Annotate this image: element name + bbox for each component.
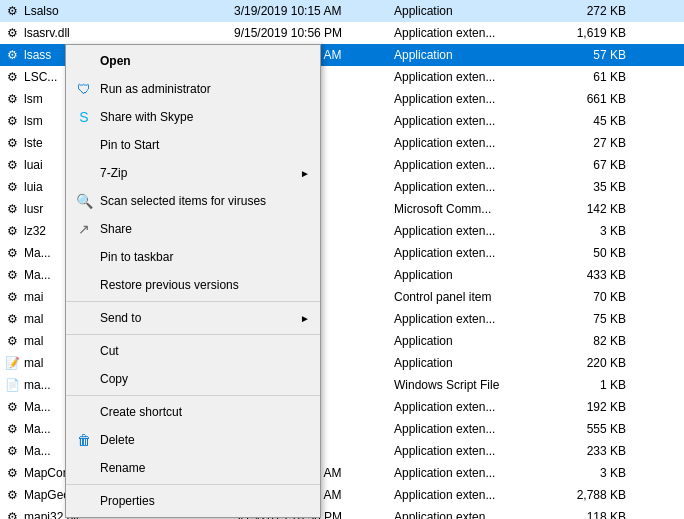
file-icon: ⚙ xyxy=(4,69,20,85)
file-name: lsass xyxy=(24,48,51,62)
menu-item-7zip[interactable]: 7-Zip ► xyxy=(66,159,320,187)
menu-item-properties[interactable]: Properties xyxy=(66,487,320,515)
file-size: 2,788 KB xyxy=(554,488,634,502)
menu-icon-placeholder xyxy=(74,458,94,478)
file-name: luia xyxy=(24,180,43,194)
menu-item-label: Open xyxy=(100,54,310,68)
file-name: lsm xyxy=(24,114,43,128)
table-row[interactable]: ⚙ Lsalso 3/19/2019 10:15 AM Application … xyxy=(0,0,684,22)
file-name: Ma... xyxy=(24,422,51,436)
menu-icon-placeholder xyxy=(74,247,94,267)
menu-item-rename[interactable]: Rename xyxy=(66,454,320,482)
file-size: 50 KB xyxy=(554,246,634,260)
file-name: Ma... xyxy=(24,400,51,414)
menu-item-label: Send to xyxy=(100,311,300,325)
menu-item-label: Restore previous versions xyxy=(100,278,310,292)
menu-item-send-to[interactable]: Send to ► xyxy=(66,304,320,332)
file-size: 45 KB xyxy=(554,114,634,128)
file-size: 61 KB xyxy=(554,70,634,84)
file-name: Lsalso xyxy=(24,4,59,18)
file-size: 3 KB xyxy=(554,466,634,480)
context-menu: Open 🛡 Run as administrator S Share with… xyxy=(65,44,321,518)
file-type: Application xyxy=(394,334,554,348)
file-type: Application exten... xyxy=(394,92,554,106)
menu-item-label: 7-Zip xyxy=(100,166,300,180)
file-type: Application xyxy=(394,356,554,370)
menu-item-share-skype[interactable]: S Share with Skype xyxy=(66,103,320,131)
menu-icon-placeholder xyxy=(74,51,94,71)
menu-item-label: Create shortcut xyxy=(100,405,310,419)
menu-item-delete[interactable]: 🗑 Delete xyxy=(66,426,320,454)
share-icon: ↗ xyxy=(74,219,94,239)
file-icon: ⚙ xyxy=(4,201,20,217)
file-type: Application exten... xyxy=(394,224,554,238)
file-name: mal xyxy=(24,334,43,348)
file-icon: ⚙ xyxy=(4,3,20,19)
file-type: Application exten... xyxy=(394,400,554,414)
file-icon: ⚙ xyxy=(4,223,20,239)
file-size: 233 KB xyxy=(554,444,634,458)
file-name: lusr xyxy=(24,202,43,216)
file-type: Application exten... xyxy=(394,444,554,458)
menu-icon-placeholder xyxy=(74,308,94,328)
file-name-cell: ⚙ lsasrv.dll xyxy=(4,25,234,41)
menu-separator xyxy=(66,484,320,485)
file-icon: ⚙ xyxy=(4,47,20,63)
file-size: 70 KB xyxy=(554,290,634,304)
file-icon: ⚙ xyxy=(4,333,20,349)
menu-item-run-admin[interactable]: 🛡 Run as administrator xyxy=(66,75,320,103)
file-icon: ⚙ xyxy=(4,509,20,519)
submenu-arrow-icon: ► xyxy=(300,313,310,324)
menu-icon-placeholder xyxy=(74,275,94,295)
menu-icon-placeholder xyxy=(74,369,94,389)
menu-item-create-shortcut[interactable]: Create shortcut xyxy=(66,398,320,426)
file-type: Control panel item xyxy=(394,290,554,304)
file-size: 142 KB xyxy=(554,202,634,216)
file-type: Application exten... xyxy=(394,510,554,519)
menu-item-scan-virus[interactable]: 🔍 Scan selected items for viruses xyxy=(66,187,320,215)
file-size: 661 KB xyxy=(554,92,634,106)
menu-item-label: Delete xyxy=(100,433,310,447)
file-size: 433 KB xyxy=(554,268,634,282)
menu-item-label: Share with Skype xyxy=(100,110,310,124)
file-icon: ⚙ xyxy=(4,399,20,415)
file-size: 3 KB xyxy=(554,224,634,238)
menu-item-cut[interactable]: Cut xyxy=(66,337,320,365)
menu-item-restore-prev[interactable]: Restore previous versions xyxy=(66,271,320,299)
file-size: 220 KB xyxy=(554,356,634,370)
file-icon: ⚙ xyxy=(4,91,20,107)
file-icon: ⚙ xyxy=(4,179,20,195)
file-icon: ⚙ xyxy=(4,465,20,481)
file-name: lsm xyxy=(24,92,43,106)
menu-item-label: Pin to Start xyxy=(100,138,310,152)
menu-item-label: Pin to taskbar xyxy=(100,250,310,264)
file-name: ma... xyxy=(24,378,51,392)
menu-icon-placeholder xyxy=(74,402,94,422)
file-icon: ⚙ xyxy=(4,245,20,261)
file-size: 118 KB xyxy=(554,510,634,519)
trash-icon: 🗑 xyxy=(74,430,94,450)
menu-item-open[interactable]: Open xyxy=(66,47,320,75)
file-size: 75 KB xyxy=(554,312,634,326)
menu-item-pin-start[interactable]: Pin to Start xyxy=(66,131,320,159)
table-row[interactable]: ⚙ lsasrv.dll 9/15/2019 10:56 PM Applicat… xyxy=(0,22,684,44)
menu-item-copy[interactable]: Copy xyxy=(66,365,320,393)
menu-separator xyxy=(66,301,320,302)
menu-item-label: Copy xyxy=(100,372,310,386)
file-name-cell: ⚙ Lsalso xyxy=(4,3,234,19)
menu-item-label: Share xyxy=(100,222,310,236)
file-size: 555 KB xyxy=(554,422,634,436)
file-name: mal xyxy=(24,356,43,370)
file-name: luai xyxy=(24,158,43,172)
file-size: 35 KB xyxy=(554,180,634,194)
menu-icon-placeholder xyxy=(74,163,94,183)
menu-item-pin-taskbar[interactable]: Pin to taskbar xyxy=(66,243,320,271)
file-size: 67 KB xyxy=(554,158,634,172)
file-icon: 📄 xyxy=(4,377,20,393)
menu-item-share[interactable]: ↗ Share xyxy=(66,215,320,243)
file-type: Application exten... xyxy=(394,70,554,84)
file-date: 9/15/2019 10:56 PM xyxy=(234,26,394,40)
menu-separator xyxy=(66,334,320,335)
file-type: Application exten... xyxy=(394,246,554,260)
submenu-arrow-icon: ► xyxy=(300,168,310,179)
